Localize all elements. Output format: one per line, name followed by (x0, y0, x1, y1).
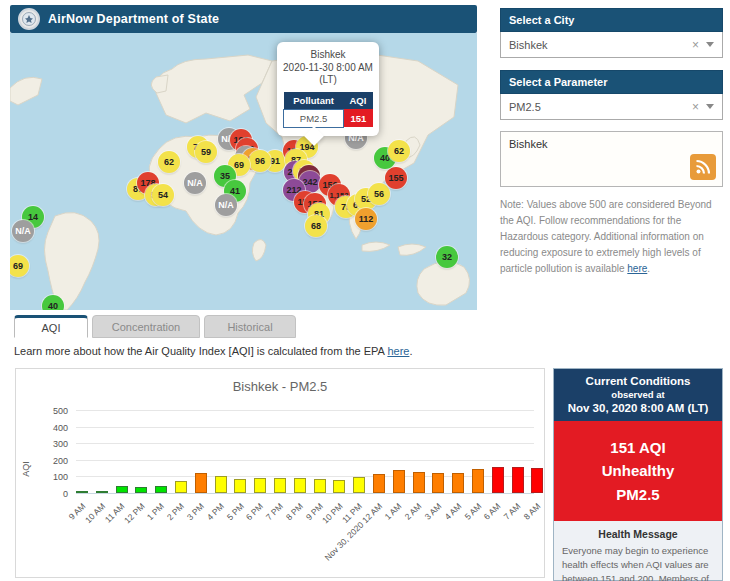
chart-bar[interactable] (215, 476, 227, 493)
current-conditions-title: Current Conditions (558, 375, 718, 387)
chart-bar[interactable] (512, 467, 524, 493)
map-marker[interactable]: 112 (355, 208, 377, 230)
x-axis-label: 7 AM (502, 501, 523, 522)
map-marker[interactable]: 32 (436, 246, 458, 268)
clear-parameter-icon[interactable]: × (692, 101, 699, 113)
aqi-status-badge: 151 AQI Unhealthy PM2.5 (554, 421, 722, 521)
x-axis-label: 8 PM (284, 501, 305, 522)
city-search-value: Bishkek (509, 138, 548, 150)
x-axis-label: 5 PM (224, 501, 245, 522)
popup-aqi-header: AQI (344, 92, 373, 110)
chart-bar[interactable] (234, 479, 246, 493)
x-axis-label: 1 PM (145, 501, 166, 522)
map-marker[interactable]: 56 (368, 183, 390, 205)
observed-at-label: observed at (558, 389, 718, 400)
map-marker[interactable]: 62 (388, 140, 410, 162)
map-marker[interactable]: 59 (195, 141, 217, 163)
x-axis-label: 3 PM (185, 501, 206, 522)
y-axis-tick: 500 (20, 406, 68, 416)
chart-bar[interactable] (96, 491, 108, 493)
x-axis-label: 8 AM (522, 501, 543, 522)
map-marker[interactable]: 54 (152, 184, 174, 206)
chart-bar[interactable] (195, 473, 207, 493)
chevron-down-icon[interactable] (706, 104, 714, 109)
learn-more-here-link[interactable]: here (387, 345, 409, 357)
note-here-link[interactable]: here (627, 263, 647, 274)
chevron-down-icon[interactable] (706, 42, 714, 47)
chart-bar[interactable] (333, 480, 345, 493)
x-axis-label: 2 PM (165, 501, 186, 522)
tab-concentration[interactable]: Concentration (92, 315, 200, 338)
parameter-select-value: PM2.5 (509, 101, 692, 113)
x-axis-label: 11 AM (103, 501, 127, 525)
tab-historical[interactable]: Historical (204, 315, 296, 338)
map-marker[interactable]: 40 (42, 295, 64, 310)
chart-bar[interactable] (353, 477, 365, 493)
x-axis-label: 4 AM (442, 501, 463, 522)
gridline (76, 476, 534, 477)
select-parameter-header: Select a Parameter (500, 70, 723, 94)
x-axis-label: 5 AM (462, 501, 483, 522)
map-popup: Bishkek 2020-11-30 8:00 AM (LT) Pollutan… (277, 42, 379, 136)
map-marker[interactable]: 96 (249, 150, 271, 172)
x-axis-label: 12 PM (122, 501, 146, 525)
map-marker[interactable]: 68 (305, 215, 327, 237)
clear-city-icon[interactable]: × (692, 39, 699, 51)
gridline (76, 460, 534, 461)
x-axis-line (76, 493, 534, 494)
chart-bar[interactable] (294, 478, 306, 493)
tab-bar: AQI Concentration Historical (14, 315, 296, 338)
rss-icon[interactable] (690, 154, 716, 180)
city-select[interactable]: Bishkek × (500, 32, 723, 58)
world-map[interactable]: 72596291N/A190110N/A9896693541N/AN/A8717… (10, 33, 477, 310)
health-message-title: Health Message (562, 528, 714, 540)
app-header: AirNow Department of State (10, 5, 477, 33)
gridline (76, 443, 534, 444)
map-marker[interactable]: N/A (184, 172, 206, 194)
aqi-value: 151 AQI (558, 436, 718, 459)
x-axis-label: 6 PM (244, 501, 265, 522)
aqi-category: Unhealthy (558, 459, 718, 482)
chart-bar[interactable] (155, 486, 167, 493)
tab-aqi[interactable]: AQI (14, 315, 88, 338)
chart-bar[interactable] (373, 474, 385, 493)
map-marker[interactable]: 155 (385, 167, 407, 189)
popup-aqi-value: 151 (344, 109, 373, 127)
y-axis-tick: 400 (20, 423, 68, 433)
chart-plot-area: AQI 01002003004005009 AM10 AM11 AM12 PM1… (16, 369, 546, 579)
x-axis-label: 10 AM (83, 501, 107, 525)
chart-bar[interactable] (135, 487, 147, 493)
current-conditions-panel: Current Conditions observed at Nov 30, 2… (553, 368, 723, 581)
popup-pollutant-header: Pollutant (284, 92, 344, 110)
current-conditions-header: Current Conditions observed at Nov 30, 2… (554, 369, 722, 421)
chart-bar[interactable] (254, 478, 266, 493)
chart-bar[interactable] (76, 491, 88, 493)
x-axis-label: 4 PM (205, 501, 226, 522)
parameter-select[interactable]: PM2.5 × (500, 94, 723, 120)
chart-bar[interactable] (432, 473, 444, 493)
chart-bar[interactable] (413, 472, 425, 493)
chart-bar[interactable] (492, 467, 504, 493)
chart-bar[interactable] (274, 478, 286, 493)
gridline (76, 410, 534, 411)
chart-bar[interactable] (116, 486, 128, 493)
x-axis-label: 6 AM (482, 501, 503, 522)
map-marker[interactable]: N/A (215, 194, 237, 216)
us-seal-icon (18, 8, 40, 30)
chart-bar[interactable] (314, 479, 326, 493)
y-axis-tick: 100 (20, 472, 68, 482)
chart-bar[interactable] (472, 469, 484, 493)
city-select-value: Bishkek (509, 39, 692, 51)
x-axis-label: 10 PM (320, 501, 344, 525)
chart-bar[interactable] (452, 473, 464, 493)
popup-table: Pollutant AQI PM2.5 151 (283, 92, 373, 128)
y-axis-tick: 300 (20, 439, 68, 449)
health-message-text: Everyone may begin to experience health … (562, 544, 714, 581)
city-search-box[interactable]: Bishkek (500, 131, 723, 187)
map-marker[interactable]: N/A (12, 220, 34, 242)
aqi-pollutant: PM2.5 (558, 483, 718, 506)
chart-bar[interactable] (531, 468, 543, 493)
chart-bar[interactable] (175, 481, 187, 493)
map-marker[interactable]: 62 (158, 151, 180, 173)
chart-bar[interactable] (393, 470, 405, 493)
